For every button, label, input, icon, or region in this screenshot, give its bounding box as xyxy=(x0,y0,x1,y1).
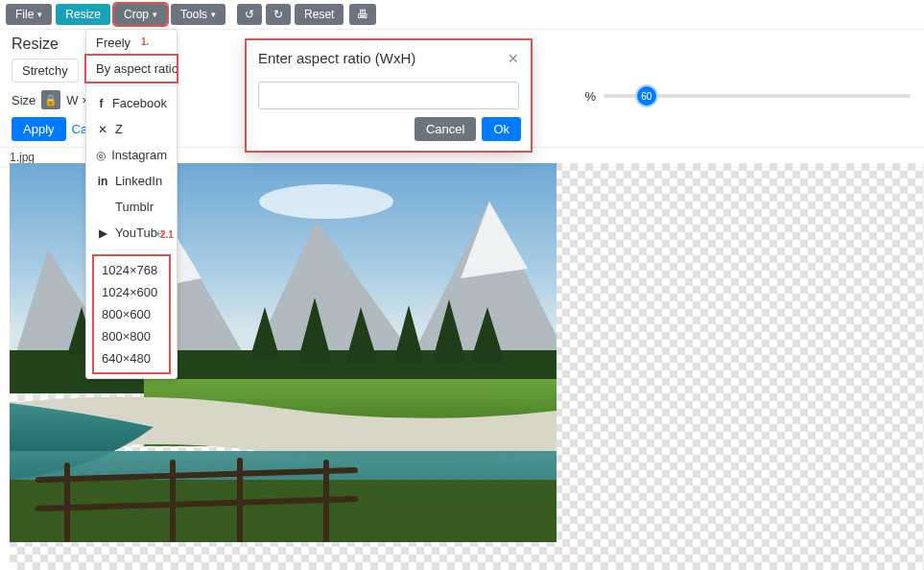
instagram-icon: ◎ xyxy=(96,149,106,162)
crop-label: Crop xyxy=(124,8,149,21)
crop-instagram[interactable]: ◎ Instagram xyxy=(86,142,177,168)
annotation-1: 1. xyxy=(139,36,151,47)
facebook-icon: f xyxy=(96,97,107,110)
crop-size-option[interactable]: 1024×600 xyxy=(94,281,169,303)
crop-size-option[interactable]: 800×800 xyxy=(94,325,169,347)
crop-sizes-group: 1024×7681024×600800×600800×800640×480 xyxy=(92,254,171,374)
apply-button[interactable]: Apply xyxy=(12,117,66,141)
aspect-ratio-modal: Enter aspect ratio (WxH) ✕ Cancel Ok xyxy=(245,38,533,153)
tools-menu-button[interactable]: Tools ▾ xyxy=(171,4,225,25)
slider-knob[interactable]: 60 xyxy=(637,86,656,106)
crop-menu-button[interactable]: Crop ▾ xyxy=(114,4,167,25)
modal-ok-button[interactable]: Ok xyxy=(482,117,521,141)
crop-z[interactable]: ✕ Z xyxy=(86,116,177,142)
crop-by-aspect-ratio[interactable]: By aspect ratio xyxy=(86,56,177,82)
modal-close-button[interactable]: ✕ xyxy=(508,51,519,66)
facebook-label: Facebook xyxy=(112,96,167,110)
x-icon: ✕ xyxy=(96,123,109,136)
crop-tumblr[interactable]: Tumblr xyxy=(86,194,177,220)
crop-size-option[interactable]: 1024×768 xyxy=(94,259,169,281)
redo-icon: ↻ xyxy=(273,8,283,21)
percent-row: % 60 xyxy=(584,86,911,106)
youtube-label: YouTube xyxy=(115,226,164,240)
freely-label: Freely xyxy=(96,36,130,50)
tumblr-label: Tumblr xyxy=(115,200,154,214)
crop-linkedin[interactable]: in LinkedIn xyxy=(86,168,177,194)
caret-down-icon: ▾ xyxy=(37,10,42,19)
percent-slider[interactable]: 60 xyxy=(604,86,911,106)
percent-label: % xyxy=(584,89,596,104)
resize-label: Resize xyxy=(65,8,101,21)
lock-icon[interactable]: 🔒 xyxy=(41,90,60,109)
redo-button[interactable]: ↻ xyxy=(266,4,291,25)
linkedin-label: LinkedIn xyxy=(115,174,162,188)
reset-label: Reset xyxy=(304,8,334,21)
instagram-label: Instagram xyxy=(111,148,167,162)
stretchy-button[interactable]: Stretchy xyxy=(12,59,79,83)
print-button[interactable]: 🖶 xyxy=(349,4,376,25)
reset-button[interactable]: Reset xyxy=(295,4,344,25)
tools-label: Tools xyxy=(180,8,207,21)
annotation-2-1: 2.1 xyxy=(158,229,176,240)
caret-down-icon: ▾ xyxy=(211,10,216,19)
youtube-icon: ▶ xyxy=(96,226,109,240)
close-icon: ✕ xyxy=(508,51,519,66)
size-label: Size xyxy=(12,93,36,107)
file-label: File xyxy=(15,8,34,21)
file-menu-button[interactable]: File ▾ xyxy=(6,4,52,25)
crop-freely[interactable]: Freely xyxy=(86,30,177,56)
crop-size-option[interactable]: 640×480 xyxy=(94,347,169,369)
linkedin-icon: in xyxy=(96,175,109,188)
svg-rect-17 xyxy=(10,480,557,542)
modal-title: Enter aspect ratio (WxH) xyxy=(258,50,415,66)
by-aspect-label: By aspect ratio xyxy=(96,61,178,76)
modal-cancel-button[interactable]: Cancel xyxy=(415,117,476,141)
main-toolbar: File ▾ Resize Crop ▾ Tools ▾ ↺ ↻ Reset 🖶 xyxy=(0,0,924,30)
resize-menu-button[interactable]: Resize xyxy=(56,4,110,25)
undo-icon: ↺ xyxy=(245,8,254,21)
z-label: Z xyxy=(115,122,123,136)
crop-dropdown: Freely By aspect ratio f Facebook ✕ Z ◎ … xyxy=(85,29,178,379)
svg-point-1 xyxy=(259,184,393,219)
aspect-ratio-input[interactable] xyxy=(258,82,519,109)
crop-facebook[interactable]: f Facebook xyxy=(86,90,177,116)
caret-down-icon: ▾ xyxy=(153,10,157,19)
undo-button[interactable]: ↺ xyxy=(237,4,262,25)
print-icon: 🖶 xyxy=(357,8,368,21)
crop-size-option[interactable]: 800×600 xyxy=(94,303,169,325)
